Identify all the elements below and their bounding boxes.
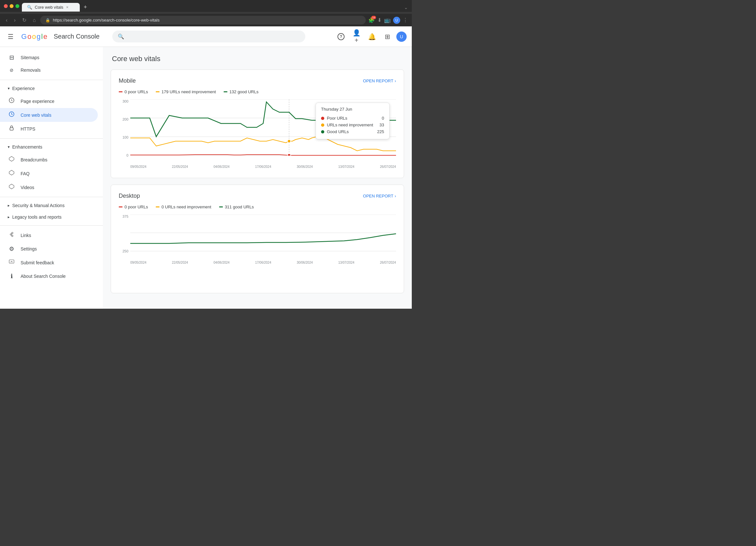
svg-point-6 [10, 234, 12, 236]
traffic-light-yellow[interactable] [10, 4, 14, 8]
desktop-x-label-6: 13/07/2024 [338, 261, 355, 264]
hamburger-menu[interactable]: ☰ [5, 30, 16, 43]
mobile-section-title: Mobile [119, 78, 136, 84]
mobile-open-report-button[interactable]: OPEN REPORT › [363, 79, 396, 83]
add-user-icon: 👤+ [353, 29, 361, 44]
good-urls-label: 132 good URLs [229, 89, 258, 94]
traffic-light-red[interactable] [4, 4, 8, 8]
breadcrumbs-label: Breadcrumbs [21, 157, 47, 162]
reload-button[interactable]: ↻ [20, 16, 28, 24]
chart-tooltip: Thursday 27 Jun Poor URLs 0 URLs need im… [316, 103, 390, 139]
sidebar-item-videos[interactable]: Videos [0, 181, 98, 194]
faq-icon [8, 170, 15, 177]
tooltip-good-value: 225 [377, 129, 384, 134]
legacy-group-header[interactable]: ▸ Legacy tools and reports [0, 211, 103, 223]
links-label: Links [21, 233, 31, 238]
desktop-chart-svg [130, 215, 396, 252]
y-label-300: 300 [119, 99, 128, 103]
mobile-chart: 300 200 100 0 [119, 99, 396, 170]
x-label-4: 17/06/2024 [255, 165, 271, 169]
browser-menu-dots[interactable]: ⋮ [403, 17, 408, 23]
active-tab[interactable]: 🔍 Core web vitals ✕ [22, 3, 80, 12]
legacy-expand-icon: ▸ [8, 215, 10, 219]
page-title: Core web vitals [111, 55, 404, 63]
enhancements-group-header[interactable]: ▾ Enhancements [0, 141, 103, 153]
sidebar-item-about[interactable]: ℹ About Search Console [0, 270, 98, 283]
tooltip-poor-label: Poor URLs [327, 116, 379, 121]
extension-badge[interactable]: 🧩 19 [368, 17, 375, 23]
tooltip-improvement-dot [321, 124, 324, 127]
enhancements-expand-icon: ▾ [8, 145, 10, 149]
experience-group-header[interactable]: ▾ Experience [0, 83, 103, 94]
x-label-7: 26/07/2024 [380, 165, 396, 169]
download-icon[interactable]: ⬇ [377, 17, 382, 23]
tooltip-row-poor: Poor URLs 0 [321, 115, 384, 122]
desktop-poor-label: 0 poor URLs [124, 205, 148, 209]
experience-expand-icon: ▾ [8, 86, 10, 91]
settings-label: Settings [21, 246, 37, 252]
url-text: https://search.google.com/search-console… [53, 18, 160, 23]
cast-icon[interactable]: 📺 [384, 17, 391, 23]
faq-label: FAQ [21, 171, 30, 176]
x-label-5: 30/06/2024 [297, 165, 313, 169]
sidebar-item-links[interactable]: Links [0, 228, 98, 242]
search-container: 🔍 [112, 31, 305, 42]
desktop-chart: 375 250 09/05/2024 22/05 [119, 215, 396, 285]
links-icon [8, 232, 15, 239]
svg-rect-2 [10, 128, 14, 130]
breadcrumbs-icon [8, 156, 15, 163]
search-input[interactable] [128, 34, 300, 39]
sidebar-item-faq[interactable]: FAQ [0, 167, 98, 181]
tooltip-good-label: Good URLs [327, 129, 374, 134]
add-user-button[interactable]: 👤+ [350, 30, 363, 43]
desktop-good-indicator [219, 207, 223, 208]
sidebar-item-submit-feedback[interactable]: Submit feedback [0, 256, 98, 270]
traffic-light-green[interactable] [15, 4, 19, 8]
new-tab-button[interactable]: + [81, 3, 90, 12]
sidebar-item-settings[interactable]: ⚙ Settings [0, 242, 98, 256]
desktop-x-label-4: 17/06/2024 [255, 261, 271, 264]
tooltip-good-dot [321, 130, 324, 134]
good-urls-indicator [224, 91, 227, 92]
desktop-x-label-2: 22/05/2024 [172, 261, 188, 264]
tooltip-improvement-label: URLs need improvement [327, 123, 377, 127]
security-group-header[interactable]: ▸ Security & Manual Actions [0, 200, 103, 211]
tab-close-button[interactable]: ✕ [66, 5, 69, 9]
help-button[interactable]: ? [335, 30, 347, 43]
desktop-card: Desktop OPEN REPORT › 0 poor URLs 0 URLs… [111, 185, 404, 293]
mobile-legend-poor: 0 poor URLs [119, 89, 148, 94]
bell-icon: 🔔 [368, 33, 376, 41]
sidebar-item-https[interactable]: HTTPS [0, 122, 98, 136]
svg-marker-3 [9, 157, 14, 162]
search-bar[interactable]: 🔍 [112, 31, 305, 42]
desktop-y-label-250: 250 [119, 249, 128, 253]
user-avatar[interactable]: U [396, 32, 407, 42]
mobile-x-labels: 09/05/2024 22/05/2024 04/06/2024 17/06/2… [119, 165, 396, 169]
sidebar-item-core-web-vitals[interactable]: Core web vitals [0, 108, 98, 122]
notifications-button[interactable]: 🔔 [365, 30, 378, 43]
sitemaps-icon: ⊟ [8, 54, 15, 61]
tooltip-row-good: Good URLs 225 [321, 128, 384, 135]
enhancements-group-label: Enhancements [12, 144, 42, 150]
svg-point-17 [288, 140, 291, 143]
sidebar-item-breadcrumbs[interactable]: Breadcrumbs [0, 153, 98, 167]
svg-marker-4 [9, 171, 14, 175]
tab-title: Core web vitals [35, 5, 63, 10]
lock-icon: 🔒 [45, 18, 50, 23]
browser-menu-button[interactable]: ⌄ [404, 5, 408, 10]
address-bar[interactable]: 🔒 https://search.google.com/search-conso… [40, 16, 366, 24]
removals-label: Removals [21, 68, 41, 73]
tooltip-poor-value: 0 [382, 116, 384, 121]
back-button[interactable]: ‹ [4, 16, 9, 24]
desktop-open-report-button[interactable]: OPEN REPORT › [363, 194, 396, 199]
sidebar-item-page-experience[interactable]: Page experience [0, 94, 98, 108]
forward-button[interactable]: › [12, 16, 17, 24]
sidebar-item-sitemaps[interactable]: ⊟ Sitemaps [0, 51, 98, 64]
browser-user-avatar[interactable]: U [393, 17, 400, 24]
poor-urls-label: 0 poor URLs [124, 89, 148, 94]
home-button[interactable]: ⌂ [31, 16, 38, 24]
apps-button[interactable]: ⊞ [381, 30, 394, 43]
sidebar-item-removals[interactable]: ⊘ Removals [0, 64, 98, 76]
experience-group-label: Experience [12, 86, 35, 91]
mobile-legend-improvement: 179 URLs need improvement [156, 89, 216, 94]
